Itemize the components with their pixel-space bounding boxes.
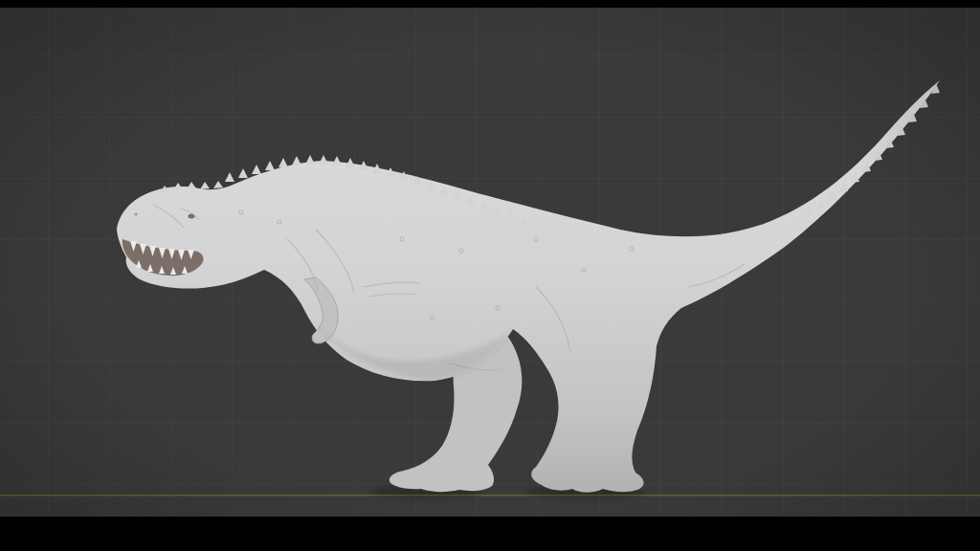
viewport-3d[interactable] [0,0,980,551]
viewport-canvas[interactable] [0,0,980,551]
letterbox-bottom [0,517,980,551]
letterbox-top [0,0,980,8]
viewport-vignette [0,0,980,551]
